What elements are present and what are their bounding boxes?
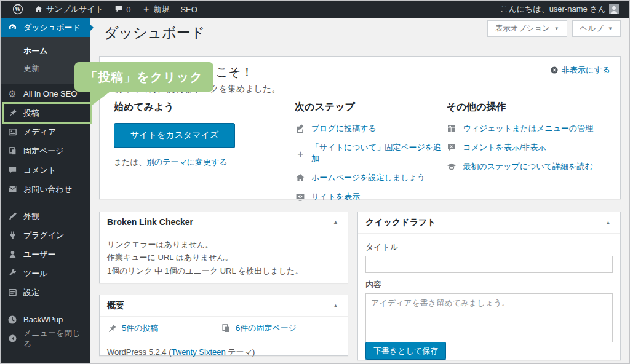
sidebar-label-plugins: プラグイン <box>23 230 65 241</box>
manage-widgets-menus-link[interactable]: ウィジェットまたはメニューの管理 <box>463 123 593 134</box>
broken-link-checker-box: Broken Link Checker ▲ リンクエラーはありません。 作業キュ… <box>99 212 348 283</box>
sidebar-label-users: ユーザー <box>23 249 56 260</box>
sidebar-item-appearance[interactable]: 外観 <box>1 207 90 226</box>
getting-started-heading: 始めてみよう <box>114 101 295 114</box>
customize-site-button[interactable]: サイトをカスタマイズ <box>114 123 235 148</box>
sidebar-label-backwpup: BackWPup <box>23 315 63 324</box>
sidebar-item-contact[interactable]: お問い合わせ <box>1 180 90 199</box>
home-icon <box>295 173 306 183</box>
collapse-toggle-icon[interactable]: ▲ <box>331 303 340 309</box>
quick-draft-box: クイックドラフト ▲ タイトル 内容 下書きとして保存 <box>357 212 621 360</box>
sidebar-label-appearance: 外観 <box>23 211 39 222</box>
help-label: ヘルプ <box>580 23 604 34</box>
screen-options-label: 表示オプション <box>495 23 550 34</box>
change-theme-link[interactable]: 別のテーマに変更する <box>146 157 228 167</box>
chevron-down-icon: ▼ <box>608 26 613 31</box>
sidebar-item-pages[interactable]: 固定ページ <box>1 141 90 160</box>
at-a-glance-box: 概要 ▲ 5件の投稿 6件の固定ページ <box>99 295 348 356</box>
welcome-more-actions-column: その他の操作 ウィジェットまたはメニューの管理 コメントを表示/非表示 <box>446 101 614 210</box>
sidebar-item-settings[interactable]: 設定 <box>1 283 90 302</box>
pages-icon <box>221 323 231 333</box>
version-suffix: テーマ) <box>226 347 255 357</box>
collapse-toggle-icon[interactable]: ▲ <box>331 219 340 225</box>
sidebar-item-posts[interactable]: 投稿 <box>1 103 90 122</box>
backwpup-icon <box>7 315 18 325</box>
draft-content-label: 内容 <box>365 279 613 290</box>
menu-separator <box>1 302 90 310</box>
quick-draft-title: クイックドラフト <box>365 217 436 228</box>
user-account-menu[interactable]: こんにちは、user-name さん <box>495 1 624 18</box>
draft-title-label: タイトル <box>365 242 613 253</box>
posts-count-link[interactable]: 5件の投稿 <box>122 323 159 334</box>
help-button[interactable]: ヘルプ ▼ <box>572 20 621 37</box>
toggle-comments-link[interactable]: コメントを表示/非表示 <box>463 142 546 153</box>
sidebar-item-dashboard[interactable]: ダッシュボード <box>1 18 90 37</box>
welcome-getting-started-column: 始めてみよう サイトをカスタマイズ または、別のテーマに変更する <box>114 101 295 210</box>
blc-detected-line: 1個のリンク 中 1個のユニーク URL を検出しました。 <box>107 264 340 277</box>
paintbrush-icon <box>7 212 18 221</box>
blc-status-line: リンクエラーはありません。 <box>107 238 340 251</box>
dismiss-label: 非表示にする <box>562 65 610 76</box>
sidebar-item-users[interactable]: ユーザー <box>1 245 90 264</box>
sidebar-item-tools[interactable]: ツール <box>1 264 90 283</box>
theme-link[interactable]: Twenty Sixteen <box>172 347 226 357</box>
comments-menu[interactable]: 0 <box>109 1 136 18</box>
sidebar-label-comments: コメント <box>23 165 56 176</box>
draft-content-textarea[interactable] <box>365 293 613 342</box>
pages-count-link[interactable]: 6件の固定ページ <box>236 323 297 334</box>
chevron-down-icon: ▼ <box>554 26 559 31</box>
svg-text:W: W <box>14 6 21 12</box>
save-draft-button[interactable]: 下書きとして保存 <box>365 342 446 360</box>
sidebar-item-comments[interactable]: コメント <box>1 160 90 180</box>
wrench-icon <box>7 269 18 278</box>
wordpress-version-text: WordPress 5.2.4 (Twenty Sixteen テーマ) <box>107 341 340 358</box>
sidebar-label-tools: ツール <box>23 268 48 279</box>
setup-homepage-link[interactable]: ホームページを設定しましょう <box>311 172 425 183</box>
sidebar-label-settings: 設定 <box>23 287 39 298</box>
home-icon <box>34 5 43 14</box>
settings-icon <box>7 288 18 297</box>
plugin-icon <box>7 231 18 240</box>
gear-icon: ⚙ <box>7 89 18 98</box>
collapse-menu-button[interactable]: メニューを閉じる <box>1 329 90 348</box>
media-icon <box>7 127 18 136</box>
sidebar-label-posts: 投稿 <box>23 108 39 119</box>
sidebar-label-aioseo: All in One SEO <box>23 89 77 98</box>
comment-bubble-icon <box>114 5 123 14</box>
sidebar-item-backwpup[interactable]: BackWPup <box>1 310 90 329</box>
screen-options-button[interactable]: 表示オプション ▼ <box>487 20 567 37</box>
visit-site-link[interactable]: サンプルサイト <box>29 1 109 18</box>
admin-bar: W サンプルサイト 0 ＋ 新規 SEO こんにちは、user-name さん <box>1 1 630 18</box>
blc-box-title: Broken Link Checker <box>107 217 193 227</box>
seo-menu[interactable]: SEO <box>175 1 202 18</box>
sidebar-label-dashboard: ダッシュボード <box>23 22 81 33</box>
greeting-text: こんにちは、user-name さん <box>500 4 606 15</box>
new-label: 新規 <box>153 4 169 15</box>
view-site-icon <box>295 192 306 202</box>
write-first-post-link[interactable]: ブログに投稿する <box>311 123 377 134</box>
add-about-page-link[interactable]: 「サイトについて」固定ページを追加 <box>311 142 446 164</box>
screen-meta-buttons: 表示オプション ▼ ヘルプ ▼ <box>487 20 621 37</box>
more-actions-heading: その他の操作 <box>446 101 614 114</box>
pages-icon <box>7 146 18 156</box>
submenu-item-home[interactable]: ホーム <box>1 42 90 60</box>
sidebar-label-pages: 固定ページ <box>23 146 64 157</box>
dismiss-icon <box>550 66 559 74</box>
pushpin-icon <box>107 323 117 333</box>
tutorial-callout-bubble: 「投稿」をクリック <box>74 62 213 92</box>
user-avatar <box>609 4 619 14</box>
first-steps-link[interactable]: 最初のステップについて詳細を読む <box>463 161 592 172</box>
collapse-menu-label: メニューを閉じる <box>23 328 84 350</box>
pushpin-icon <box>7 108 18 117</box>
sidebar-item-plugins[interactable]: プラグイン <box>1 226 90 245</box>
draft-title-input[interactable] <box>365 256 613 273</box>
blc-queue-line: 作業キューに URL はありません。 <box>107 251 340 264</box>
dismiss-welcome-link[interactable]: 非表示にする <box>550 65 610 76</box>
sidebar-item-media[interactable]: メディア <box>1 122 90 141</box>
sidebar-label-media: メディア <box>23 127 56 138</box>
view-site-link[interactable]: サイトを表示 <box>311 191 360 202</box>
wordpress-logo-menu[interactable]: W <box>7 1 29 18</box>
new-content-menu[interactable]: ＋ 新規 <box>136 1 175 18</box>
version-prefix: WordPress 5.2.4 ( <box>107 347 172 357</box>
collapse-toggle-icon[interactable]: ▲ <box>604 220 613 226</box>
